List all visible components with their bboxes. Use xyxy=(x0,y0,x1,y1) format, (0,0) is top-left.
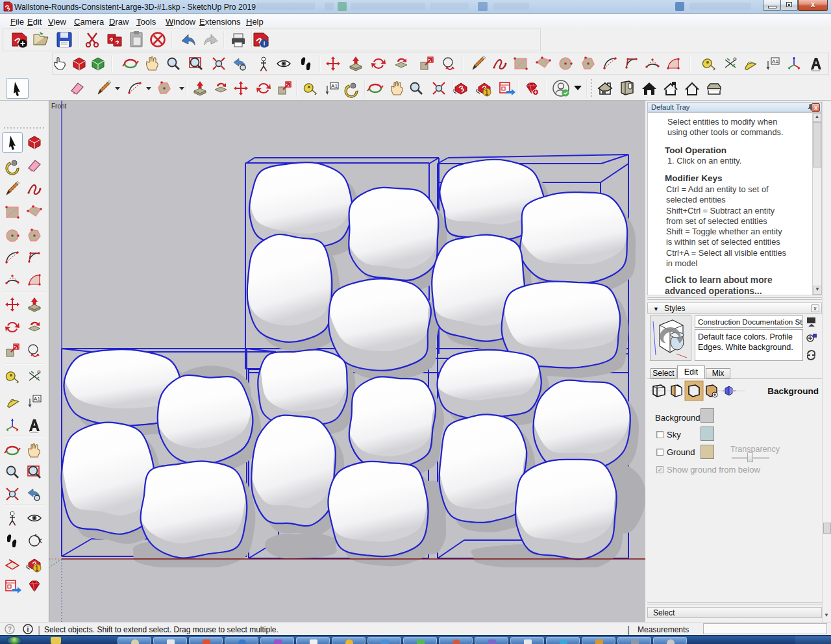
svg-text:Background: Background xyxy=(767,386,819,396)
svg-text:Front: Front xyxy=(51,103,67,110)
svg-text:A1: A1 xyxy=(34,396,40,402)
svg-text:?: ? xyxy=(8,626,12,633)
svg-text:i: i xyxy=(27,626,29,633)
